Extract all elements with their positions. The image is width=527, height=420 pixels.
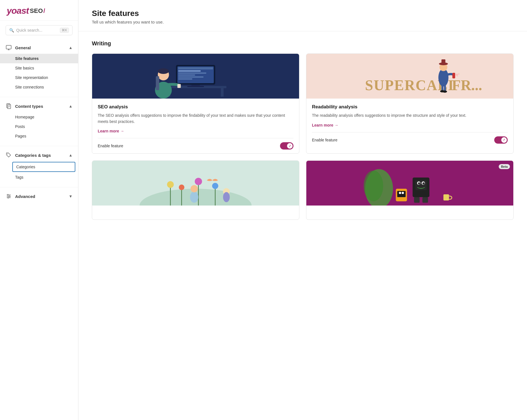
content-types-section-title: Content types xyxy=(15,104,43,109)
search-placeholder-text: Quick search... xyxy=(16,28,58,32)
nav-section-advanced: Advanced ▼ xyxy=(0,188,78,204)
logo-slash: / xyxy=(43,7,45,15)
sidebar-item-site-representation[interactable]: Site representation xyxy=(0,73,78,82)
page-header: Site features Tell us which features you… xyxy=(78,0,527,31)
readability-enable-label: Enable feature xyxy=(312,138,337,142)
nav-section-header-left-categories-tags: Categories & tags xyxy=(6,152,51,158)
sidebar-item-pages[interactable]: Pages xyxy=(0,131,78,141)
general-chevron-icon: ▲ xyxy=(69,45,73,50)
general-section-title: General xyxy=(15,45,31,50)
third-card-body xyxy=(92,206,299,220)
advanced-chevron-icon: ▼ xyxy=(69,194,73,199)
feature-cards-grid: SEO analysis The SEO analysis offers sug… xyxy=(92,53,514,220)
svg-rect-76 xyxy=(397,191,406,197)
readability-enable-toggle[interactable]: ✓ xyxy=(494,136,508,144)
svg-point-66 xyxy=(364,171,383,201)
seo-enable-toggle[interactable]: ✓ xyxy=(280,142,293,150)
tag-icon xyxy=(6,152,12,158)
svg-rect-27 xyxy=(178,76,204,78)
svg-point-31 xyxy=(158,68,169,74)
sidebar-item-categories[interactable]: Categories xyxy=(12,162,75,172)
svg-point-72 xyxy=(423,182,425,185)
nav-section-content-types: Content types ▲ Homepage Posts Pages xyxy=(0,98,78,145)
divider-general xyxy=(0,97,78,97)
page-title: Site features xyxy=(92,9,514,18)
general-nav-items: Site features Site basics Site represent… xyxy=(0,53,78,94)
readability-card-footer: Enable feature ✓ xyxy=(306,132,513,148)
svg-rect-73 xyxy=(414,197,420,203)
svg-point-55 xyxy=(179,185,185,190)
readability-card-image: SUPERCALI FR... xyxy=(306,54,513,99)
svg-point-8 xyxy=(7,154,8,154)
sidebar-item-tags[interactable]: Tags xyxy=(0,172,78,182)
readability-learn-more-arrow: → xyxy=(334,123,338,127)
seo-analysis-title: SEO analysis xyxy=(98,104,293,110)
svg-text:FR...: FR... xyxy=(452,77,482,93)
readability-toggle-check-icon: ✓ xyxy=(503,138,505,142)
seo-learn-more-arrow: → xyxy=(120,129,124,133)
sidebar-item-site-basics[interactable]: Site basics xyxy=(0,63,78,73)
advanced-section-title: Advanced xyxy=(15,194,35,199)
readability-learn-more[interactable]: Learn more → xyxy=(312,123,338,127)
seo-learn-more-text: Learn more xyxy=(98,129,119,133)
logo-area: yoast SEO/ xyxy=(0,0,78,21)
svg-point-71 xyxy=(418,182,420,185)
readability-analysis-card: SUPERCALI FR... xyxy=(306,53,514,154)
svg-point-53 xyxy=(167,181,174,188)
seo-analysis-description: The SEO analysis offers suggestions to i… xyxy=(98,113,293,125)
svg-point-14 xyxy=(8,197,9,198)
fourth-card-body xyxy=(306,206,513,220)
content-types-chevron-icon: ▲ xyxy=(69,104,73,108)
search-box[interactable]: 🔍 Quick search... ⌘K xyxy=(6,25,73,35)
nav-section-general: General ▲ Site features Site basics Site… xyxy=(0,40,78,96)
nav-section-header-left-general: General xyxy=(6,45,31,50)
svg-rect-45 xyxy=(442,59,446,64)
svg-rect-33 xyxy=(156,76,159,90)
seo-analysis-card: SEO analysis The SEO analysis offers sug… xyxy=(92,53,299,154)
sidebar-item-site-features[interactable]: Site features xyxy=(0,54,78,63)
svg-point-13 xyxy=(9,196,10,197)
logo: yoast SEO/ xyxy=(7,6,71,16)
document-icon xyxy=(6,103,12,109)
readability-title: Readability analysis xyxy=(312,104,508,110)
search-icon: 🔍 xyxy=(9,28,14,32)
nav-section-header-advanced[interactable]: Advanced ▼ xyxy=(0,191,78,202)
nav-section-header-categories-tags[interactable]: Categories & tags ▲ xyxy=(0,150,78,161)
writing-section-title: Writing xyxy=(92,40,514,47)
svg-point-59 xyxy=(212,183,218,189)
readability-card-body: Readability analysis The readability ana… xyxy=(306,99,513,132)
svg-rect-74 xyxy=(423,197,428,203)
third-card-image xyxy=(92,161,299,206)
sidebar-item-posts[interactable]: Posts xyxy=(0,122,78,131)
sidebar: yoast SEO/ 🔍 Quick search... ⌘K General xyxy=(0,0,78,420)
third-feature-card xyxy=(92,160,299,220)
nav-section-header-content-types[interactable]: Content types ▲ xyxy=(0,101,78,112)
fourth-card-image: Beta xyxy=(306,161,513,206)
readability-toggle-knob: ✓ xyxy=(501,137,507,143)
divider-content-types xyxy=(0,146,78,146)
svg-point-48 xyxy=(458,73,460,75)
sidebar-item-homepage[interactable]: Homepage xyxy=(0,112,78,122)
logo-yoast: yoast xyxy=(7,6,29,16)
categories-tags-section-title: Categories & tags xyxy=(15,153,51,158)
svg-rect-23 xyxy=(178,67,213,69)
fourth-feature-card: Beta xyxy=(306,160,514,220)
beta-badge: Beta xyxy=(499,164,510,169)
monitor-icon xyxy=(6,45,12,50)
readability-description: The readability analysis offers suggesti… xyxy=(312,113,508,119)
svg-point-63 xyxy=(223,192,230,202)
svg-point-49 xyxy=(457,76,458,77)
categories-tags-chevron-icon: ▲ xyxy=(69,153,73,157)
svg-point-41 xyxy=(443,90,447,93)
search-shortcut: ⌘K xyxy=(60,28,69,33)
svg-rect-25 xyxy=(178,73,206,74)
logo-seo: SEO xyxy=(30,7,43,15)
svg-rect-24 xyxy=(178,70,201,72)
svg-rect-20 xyxy=(187,86,204,87)
svg-point-60 xyxy=(190,192,199,203)
sliders-icon xyxy=(6,193,12,199)
nav-section-header-general[interactable]: General ▲ xyxy=(0,42,78,53)
sidebar-item-site-connections[interactable]: Site connections xyxy=(0,82,78,92)
categories-tags-nav-items: Categories Tags xyxy=(0,161,78,184)
seo-analysis-learn-more[interactable]: Learn more → xyxy=(98,129,124,133)
